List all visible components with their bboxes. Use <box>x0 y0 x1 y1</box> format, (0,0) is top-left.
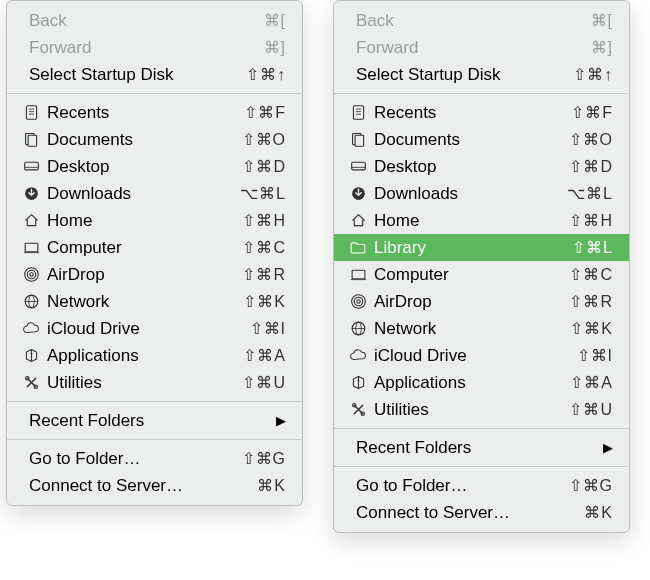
menu-item-downloads[interactable]: Downloads⌥⌘L <box>7 180 302 207</box>
menu-item-shortcut: ⇧⌘A <box>570 373 613 392</box>
menu-item-label: Applications <box>47 346 243 366</box>
svg-point-32 <box>354 297 363 306</box>
menu-item-label: Recents <box>374 103 571 123</box>
menu-item-airdrop[interactable]: AirDrop⇧⌘R <box>334 288 629 315</box>
menu-item-connect[interactable]: Connect to Server…⌘K <box>7 472 302 499</box>
menu-item-shortcut: ⇧⌘↑ <box>573 65 613 84</box>
menu-item-shortcut: ⇧⌘G <box>569 476 613 495</box>
menu-item-label: Utilities <box>47 373 242 393</box>
svg-rect-26 <box>351 162 365 170</box>
cloud-icon <box>21 320 41 337</box>
menu-item-shortcut: ⌘[ <box>591 11 613 30</box>
home-icon <box>21 212 41 229</box>
svg-point-11 <box>29 273 32 276</box>
computer-icon <box>21 239 41 256</box>
menu-item-computer[interactable]: Computer⇧⌘C <box>7 234 302 261</box>
documents-icon <box>21 131 41 148</box>
menu-item-apps[interactable]: Applications⇧⌘A <box>7 342 302 369</box>
menu-item-computer[interactable]: Computer⇧⌘C <box>334 261 629 288</box>
go-menu-left: Back⌘[Forward⌘]Select Startup Disk⇧⌘↑Rec… <box>6 0 303 506</box>
menu-item-label: Desktop <box>47 157 242 177</box>
menu-item-startup[interactable]: Select Startup Disk⇧⌘↑ <box>7 61 302 88</box>
menu-item-label: iCloud Drive <box>47 319 250 339</box>
menu-item-label: Network <box>47 292 243 312</box>
utilities-icon <box>348 401 368 418</box>
menu-item-label: Utilities <box>374 400 569 420</box>
menu-item-shortcut: ⇧⌘I <box>250 319 286 338</box>
svg-rect-0 <box>26 106 36 120</box>
menu-item-documents[interactable]: Documents⇧⌘O <box>334 126 629 153</box>
menu-item-shortcut: ⇧⌘C <box>569 265 613 284</box>
menu-item-gotofolder[interactable]: Go to Folder…⇧⌘G <box>334 472 629 499</box>
menu-item-label: Library <box>374 238 572 258</box>
documents-icon <box>348 131 368 148</box>
menu-separator <box>7 401 302 402</box>
menu-item-apps[interactable]: Applications⇧⌘A <box>334 369 629 396</box>
menu-item-home[interactable]: Home⇧⌘H <box>7 207 302 234</box>
menu-item-airdrop[interactable]: AirDrop⇧⌘R <box>7 261 302 288</box>
menu-item-label: Home <box>374 211 569 231</box>
menu-item-utilities[interactable]: Utilities⇧⌘U <box>334 396 629 423</box>
menu-item-shortcut: ⇧⌘A <box>243 346 286 365</box>
desktop-icon <box>348 158 368 175</box>
menu-item-shortcut: ⌘K <box>584 503 613 522</box>
menu-item-desktop[interactable]: Desktop⇧⌘D <box>7 153 302 180</box>
menu-item-shortcut: ⌘] <box>264 38 286 57</box>
menu-item-startup[interactable]: Select Startup Disk⇧⌘↑ <box>334 61 629 88</box>
menu-item-shortcut: ⇧⌘R <box>242 265 286 284</box>
go-menu-right: Back⌘[Forward⌘]Select Startup Disk⇧⌘↑Rec… <box>333 0 630 533</box>
svg-rect-6 <box>24 162 38 170</box>
menu-item-recent-folders[interactable]: Recent Folders▶ <box>7 407 302 434</box>
menu-item-network[interactable]: Network⇧⌘K <box>7 288 302 315</box>
menu-item-recent-folders[interactable]: Recent Folders▶ <box>334 434 629 461</box>
menu-item-gotofolder[interactable]: Go to Folder…⇧⌘G <box>7 445 302 472</box>
menu-item-utilities[interactable]: Utilities⇧⌘U <box>7 369 302 396</box>
menu-item-library[interactable]: Library⇧⌘L <box>334 234 629 261</box>
menu-item-recents[interactable]: Recents⇧⌘F <box>334 99 629 126</box>
download-icon <box>348 185 368 202</box>
menu-item-label: Downloads <box>374 184 567 204</box>
airdrop-icon <box>348 293 368 310</box>
menu-item-shortcut: ⇧⌘K <box>243 292 286 311</box>
menu-item-desktop[interactable]: Desktop⇧⌘D <box>334 153 629 180</box>
menu-item-connect[interactable]: Connect to Server…⌘K <box>334 499 629 526</box>
computer-icon <box>348 266 368 283</box>
stage: Back⌘[Forward⌘]Select Startup Disk⇧⌘↑Rec… <box>0 0 650 533</box>
network-icon <box>21 293 41 310</box>
menu-separator <box>334 93 629 94</box>
svg-rect-20 <box>353 106 363 120</box>
menu-item-shortcut: ⇧⌘D <box>569 157 613 176</box>
menu-item-network[interactable]: Network⇧⌘K <box>334 315 629 342</box>
submenu-arrow-icon: ▶ <box>276 413 286 428</box>
apps-icon <box>21 347 41 364</box>
menu-item-documents[interactable]: Documents⇧⌘O <box>7 126 302 153</box>
menu-item-shortcut: ⇧⌘F <box>571 103 613 122</box>
menu-item-recents[interactable]: Recents⇧⌘F <box>7 99 302 126</box>
menu-item-home[interactable]: Home⇧⌘H <box>334 207 629 234</box>
svg-rect-9 <box>25 243 38 252</box>
menu-item-label: Desktop <box>374 157 569 177</box>
svg-point-31 <box>356 300 359 303</box>
menu-item-shortcut: ⇧⌘G <box>242 449 286 468</box>
menu-item-label: Home <box>47 211 242 231</box>
menu-item-label: Go to Folder… <box>29 449 242 469</box>
menu-item-label: Recent Folders <box>29 411 272 431</box>
clock-doc-icon <box>21 104 41 121</box>
menu-item-icloud[interactable]: iCloud Drive⇧⌘I <box>334 342 629 369</box>
menu-item-shortcut: ⇧⌘U <box>569 400 613 419</box>
menu-item-shortcut: ⇧⌘↑ <box>246 65 286 84</box>
menu-item-shortcut: ⌘] <box>591 38 613 57</box>
menu-item-forward: Forward⌘] <box>7 34 302 61</box>
menu-item-shortcut: ⇧⌘L <box>572 238 613 257</box>
menu-separator <box>334 428 629 429</box>
menu-item-icloud[interactable]: iCloud Drive⇧⌘I <box>7 315 302 342</box>
menu-item-shortcut: ⇧⌘U <box>242 373 286 392</box>
menu-separator <box>7 439 302 440</box>
menu-item-label: Recents <box>47 103 244 123</box>
apps-icon <box>348 374 368 391</box>
menu-item-shortcut: ⇧⌘H <box>569 211 613 230</box>
folder-icon <box>348 239 368 256</box>
menu-item-label: iCloud Drive <box>374 346 577 366</box>
menu-item-downloads[interactable]: Downloads⌥⌘L <box>334 180 629 207</box>
desktop-icon <box>21 158 41 175</box>
